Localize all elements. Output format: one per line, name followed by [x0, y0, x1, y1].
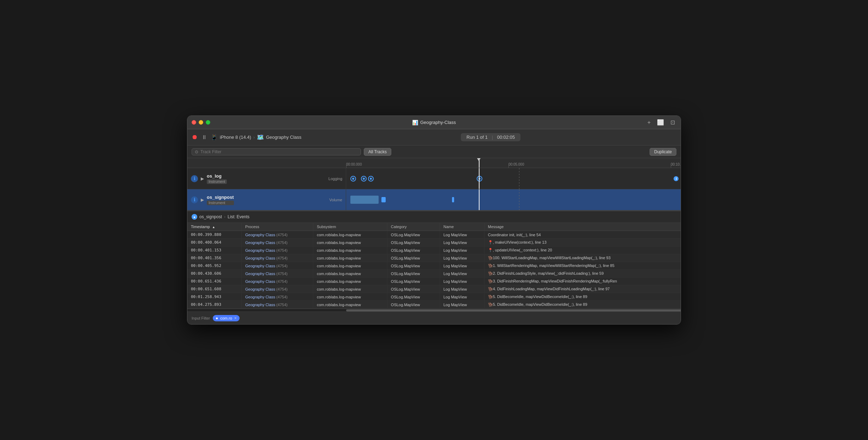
track-os-log-name-wrap: os_log Instrument — [207, 173, 227, 184]
detail-bc-icon: ● — [192, 214, 197, 220]
td-name: Log MapView — [440, 262, 484, 270]
filter-icon: ⊙ — [195, 149, 198, 154]
record-button[interactable]: ⏺ — [192, 133, 198, 141]
td-message: 🦬100. WillStartLoadingMap, mapViewWillSt… — [484, 254, 681, 262]
project-icon: 🗺️ — [257, 134, 264, 141]
detail-pane: ● os_signpost › List: Events Timestamp ▲… — [187, 210, 681, 309]
events-table: Timestamp ▲ Process Subsystem Category N… — [187, 223, 681, 309]
timeline-playhead — [479, 158, 480, 168]
th-subsystem[interactable]: Subsystem — [313, 223, 387, 231]
device-name[interactable]: iPhone 8 (14.4) — [220, 135, 251, 140]
minimize-button[interactable] — [199, 120, 203, 125]
td-category: OSLog.MapView — [387, 231, 440, 239]
data-table-container[interactable]: Timestamp ▲ Process Subsystem Category N… — [187, 223, 681, 309]
all-tracks-button[interactable]: All Tracks — [364, 148, 391, 156]
playhead-triangle — [477, 158, 481, 161]
td-timestamp: 00:00.651.608 — [187, 285, 242, 293]
th-timestamp[interactable]: Timestamp ▲ — [187, 223, 242, 231]
detail-bc-track: os_signpost — [199, 214, 222, 219]
titlebar: 📊 Geography-Class + ⬜ ⊡ — [187, 116, 681, 129]
td-category: OSLog.MapView — [387, 270, 440, 278]
td-timestamp: 00:00.401.356 — [187, 254, 242, 262]
td-message: 🦬4. DidFinishLoadingMap, mapViewDidFinis… — [484, 285, 681, 293]
track-os-log-dashed — [519, 168, 519, 189]
detail-breadcrumb: ● os_signpost › List: Events — [187, 211, 681, 223]
track-os-log-badge-icon: ℹ — [194, 176, 195, 181]
add-track-button[interactable]: + — [646, 119, 652, 126]
project-name[interactable]: Geography Class — [266, 135, 301, 140]
track-os-log-content: ℹ — [346, 168, 681, 189]
th-category[interactable]: Category — [387, 223, 440, 231]
td-message: Coordinator init, init(_:), line 54 — [484, 231, 681, 239]
track-os-signpost-expand[interactable]: ▶ — [201, 197, 204, 202]
filter-tag-close[interactable]: × — [234, 316, 237, 321]
track-os-log-badge-label: Instrument — [207, 179, 227, 184]
run-time: 00:02:05 — [497, 135, 515, 140]
td-subsystem: com.roblabs.log-mapview — [313, 270, 387, 278]
table-row[interactable]: 00:00.405.952 Geography Class (4754) com… — [187, 262, 681, 270]
panel-toggle-button[interactable]: ⊡ — [669, 118, 676, 126]
track-os-log-expand[interactable]: ▶ — [201, 176, 204, 181]
table-row[interactable]: 00:00.399.880 Geography Class (4754) com… — [187, 231, 681, 239]
device-icon: 📱 — [211, 134, 218, 141]
track-os-signpost-name: os_signpost — [207, 195, 234, 200]
detail-bc-arrow: › — [224, 214, 225, 219]
table-header-row: Timestamp ▲ Process Subsystem Category N… — [187, 223, 681, 231]
table-row[interactable]: 00:00.651.436 Geography Class (4754) com… — [187, 278, 681, 285]
run-separator: | — [492, 135, 493, 140]
td-message: 🦬2. DidFinishLoadingStyle, mapView(_:did… — [484, 270, 681, 278]
track-os-log[interactable]: ℹ ▶ os_log Instrument Logging — [187, 168, 681, 189]
td-timestamp: 00:00.651.436 — [187, 278, 242, 285]
toolbar: ⏺ ⏸ 📱 iPhone 8 (14.4) › 🗺️ Geography Cla… — [187, 129, 681, 145]
table-row[interactable]: 00:00.430.606 Geography Class (4754) com… — [187, 270, 681, 278]
td-process: Geography Class (4754) — [242, 285, 313, 293]
table-row[interactable]: 00:00.401.153 Geography Class (4754) com… — [187, 246, 681, 254]
td-name: Log MapView — [440, 270, 484, 278]
split-view-button[interactable]: ⬜ — [656, 118, 665, 126]
track-os-signpost-content — [346, 189, 681, 210]
device-breadcrumb: 📱 iPhone 8 (14.4) › 🗺️ Geography Class — [211, 134, 301, 141]
td-category: OSLog.MapView — [387, 293, 440, 301]
td-process: Geography Class (4754) — [242, 293, 313, 301]
tick-5: 00:05.000 — [508, 162, 524, 166]
scrollbar-area[interactable] — [187, 309, 681, 311]
td-subsystem: com.roblabs.log-mapview — [313, 239, 387, 246]
table-row[interactable]: 00:04.275.893 Geography Class (4754) com… — [187, 301, 681, 309]
track-os-signpost-dashed — [519, 189, 519, 210]
track-filter-input[interactable]: ⊙ Track Filter — [192, 148, 361, 155]
td-category: OSLog.MapView — [387, 262, 440, 270]
track-os-signpost-label-right: Volume — [329, 198, 342, 202]
event-dot-3 — [368, 176, 374, 182]
td-timestamp: 00:00.399.880 — [187, 231, 242, 239]
filter-tag-value: com.ro — [220, 316, 232, 320]
sort-arrow: ▲ — [212, 225, 215, 229]
td-category: OSLog.MapView — [387, 254, 440, 262]
table-row[interactable]: 00:01.258.943 Geography Class (4754) com… — [187, 293, 681, 301]
td-name: Log MapView — [440, 239, 484, 246]
table-row[interactable]: 00:00.401.356 Geography Class (4754) com… — [187, 254, 681, 262]
track-os-signpost-badge-icon: ℹ — [194, 197, 195, 202]
maximize-button[interactable] — [206, 120, 210, 125]
close-button[interactable] — [192, 120, 196, 125]
th-process[interactable]: Process — [242, 223, 313, 231]
waveform-3 — [452, 197, 454, 202]
table-row[interactable]: 00:00.651.608 Geography Class (4754) com… — [187, 285, 681, 293]
event-dot-4 — [477, 176, 482, 182]
titlebar-center: 📊 Geography-Class — [412, 120, 456, 125]
td-subsystem: com.roblabs.log-mapview — [313, 262, 387, 270]
pause-button[interactable]: ⏸ — [201, 134, 207, 141]
tick-0: 00:00.000 — [346, 162, 362, 166]
filter-tag[interactable]: ● com.ro × — [213, 315, 240, 321]
track-os-signpost-badge: ℹ — [191, 196, 198, 203]
table-row[interactable]: 00:00.400.064 Geography Class (4754) com… — [187, 239, 681, 246]
track-os-signpost[interactable]: ℹ ▶ os_signpost Instrument Volume — [187, 189, 681, 210]
th-name[interactable]: Name — [440, 223, 484, 231]
main-window: 📊 Geography-Class + ⬜ ⊡ ⏺ ⏸ 📱 iPhone 8 (… — [187, 115, 681, 325]
detail-bc-view: List: Events — [228, 214, 249, 219]
td-timestamp: 00:04.275.893 — [187, 301, 242, 309]
tick-10: 00:10.00 — [671, 162, 681, 166]
event-dot-2 — [361, 176, 367, 182]
th-message[interactable]: Message — [484, 223, 681, 231]
track-os-signpost-badge-label: Instrument — [207, 201, 234, 205]
duplicate-button[interactable]: Duplicate — [650, 148, 676, 156]
